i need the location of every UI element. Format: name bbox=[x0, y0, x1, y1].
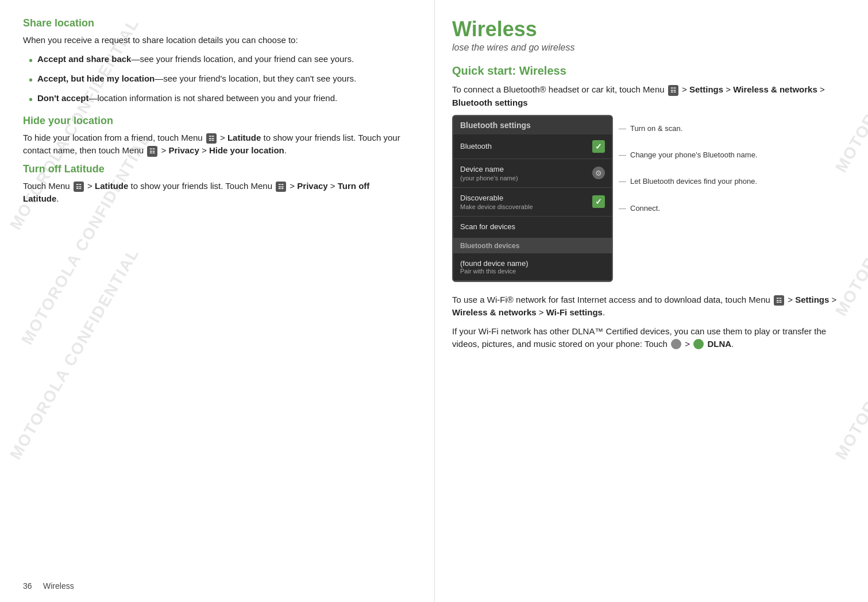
callout-4: Connect. bbox=[623, 203, 757, 214]
share-location-heading: Share location bbox=[23, 17, 406, 29]
turn-off-latitude-heading: Turn off Latitude bbox=[23, 163, 406, 175]
bullet-accept-share: • Accept and share back—see your friends… bbox=[29, 53, 406, 69]
bt-device-name-value: (found device name) bbox=[460, 259, 605, 268]
bt-check-bluetooth: ✓ bbox=[592, 140, 605, 153]
callout-text-2: Change your phone's Bluetooth name. bbox=[630, 150, 757, 159]
bt-sublabel-device-name: (your phone's name) bbox=[460, 175, 518, 182]
turn-off-latitude-body: Touch Menu ☷ > Latitude to show your fri… bbox=[23, 180, 406, 206]
bullet-dot-1: • bbox=[29, 52, 33, 69]
callout-3: Let Bluetooth devices find your phone. bbox=[623, 176, 757, 187]
dlna-icon bbox=[693, 339, 704, 349]
hide-location-heading: Hide your location bbox=[23, 115, 406, 127]
menu-icon-3: ☷ bbox=[74, 182, 84, 192]
menu-icon-6: ☷ bbox=[774, 295, 784, 306]
callout-text-3: Let Bluetooth devices find your phone. bbox=[630, 177, 757, 186]
left-column: MOTOROLA CONFIDENTIAL MOTOROLA CONFIDENT… bbox=[0, 0, 434, 602]
callout-text-1: Turn on & scan. bbox=[630, 124, 682, 133]
share-intro: When you receive a request to share loca… bbox=[23, 34, 406, 47]
bt-label-device-name: Device name bbox=[460, 165, 518, 175]
bullet-text-2: Accept, but hide my location—see your fr… bbox=[37, 72, 356, 86]
bullet-accept-hide: • Accept, but hide my location—see your … bbox=[29, 72, 406, 88]
settings-bold-2: Settings bbox=[795, 295, 829, 304]
bullet-bold-3: Don't accept bbox=[37, 93, 88, 103]
right-content: Wireless lose the wires and go wireless … bbox=[452, 17, 845, 351]
latitude-bold-2: Latitude bbox=[95, 181, 128, 191]
subtitle: lose the wires and go wireless bbox=[452, 43, 845, 53]
bt-row-device-name: Device name (your phone's name) ⚙ bbox=[453, 159, 612, 188]
callout-2: Change your phone's Bluetooth name. bbox=[623, 150, 757, 160]
bt-label-bluetooth: Bluetooth bbox=[460, 142, 492, 152]
wireless-networks-bold-2: Wireless & networks bbox=[452, 307, 537, 317]
bt-sublabel-discoverable: Make device discoverable bbox=[460, 203, 533, 210]
bt-gear-icon: ⚙ bbox=[592, 167, 605, 179]
dlna-bold: DLNA bbox=[707, 339, 731, 349]
callout-labels: Turn on & scan. Change your phone's Blue… bbox=[623, 115, 757, 238]
bt-section-label: Bluetooth devices bbox=[453, 238, 612, 253]
quick-start-heading: Quick start: Wireless bbox=[452, 64, 845, 78]
bluetooth-diagram: Bluetooth settings Bluetooth ✓ Device na… bbox=[452, 115, 845, 282]
bullet-text-3: Don't accept—location information is not… bbox=[37, 92, 337, 105]
bt-device-sub-value: Pair with this device bbox=[460, 268, 605, 275]
bt-settings-bold: Bluetooth settings bbox=[452, 98, 528, 107]
bluetooth-settings-panel: Bluetooth settings Bluetooth ✓ Device na… bbox=[452, 115, 613, 282]
wifi-settings-bold: Wi-Fi settings bbox=[546, 307, 603, 317]
menu-icon-5: ☷ bbox=[668, 85, 678, 96]
bt-row-discoverable: Discoverable Make device discoverable ✓ bbox=[453, 188, 612, 217]
bullet-dot-2: • bbox=[29, 71, 33, 88]
bt-label-scan: Scan for devices bbox=[460, 222, 515, 232]
bt-label-discoverable: Discoverable bbox=[460, 194, 533, 203]
bullet-bold-2: Accept, but hide my location bbox=[37, 74, 155, 83]
hide-location-body: To hide your location from a friend, tou… bbox=[23, 132, 406, 157]
privacy-bold-1: Privacy bbox=[168, 145, 199, 155]
callout-text-4: Connect. bbox=[630, 204, 660, 213]
right-column: MOTOROLA CONFIDENTIAL MOTOROLA CONFIDENT… bbox=[434, 0, 868, 602]
privacy-bold-2: Privacy bbox=[297, 181, 327, 191]
share-bullets: • Accept and share back—see your friends… bbox=[29, 53, 406, 108]
bt-found-device-row: (found device name) Pair with this devic… bbox=[453, 253, 612, 281]
hide-your-location-bold: Hide your location bbox=[209, 145, 284, 155]
bt-panel-header: Bluetooth settings bbox=[453, 116, 612, 134]
callout-1: Turn on & scan. bbox=[623, 124, 757, 134]
bt-device-name-label: Device name (your phone's name) bbox=[460, 165, 518, 182]
page-number: 36 bbox=[23, 581, 32, 591]
wireless-networks-bold: Wireless & networks bbox=[733, 84, 817, 94]
settings-bold-1: Settings bbox=[689, 84, 723, 94]
circle-icon bbox=[671, 339, 681, 349]
bullet-dont-accept: • Don't accept—location information is n… bbox=[29, 92, 406, 108]
bullet-text-1: Accept and share back—see your friends l… bbox=[37, 53, 354, 66]
quick-start-intro: To connect a Bluetooth® headset or car k… bbox=[452, 83, 845, 109]
left-content: Share location When you receive a reques… bbox=[23, 17, 406, 206]
dlna-body: If your Wi-Fi network has other DLNA™ Ce… bbox=[452, 325, 845, 351]
page-label: Wireless bbox=[43, 581, 74, 591]
bt-check-discoverable: ✓ bbox=[592, 195, 605, 208]
menu-icon-1: ☷ bbox=[206, 133, 217, 144]
bullet-bold-1: Accept and share back bbox=[37, 54, 131, 64]
watermark-text-3: MOTOROLA CONFIDENTIAL bbox=[6, 245, 143, 463]
bt-discoverable-label: Discoverable Make device discoverable bbox=[460, 194, 533, 210]
bullet-dot-3: • bbox=[29, 91, 33, 108]
latitude-bold-1: Latitude bbox=[227, 133, 261, 142]
main-title: Wireless bbox=[452, 17, 845, 41]
menu-icon-4: ☷ bbox=[276, 182, 286, 192]
wifi-body: To use a Wi-Fi® network for fast Interne… bbox=[452, 294, 845, 319]
bt-row-scan: Scan for devices bbox=[453, 217, 612, 238]
page-footer: 36 Wireless bbox=[23, 581, 74, 591]
menu-icon-2: ☷ bbox=[147, 146, 157, 157]
bt-row-bluetooth: Bluetooth ✓ bbox=[453, 134, 612, 159]
bt-panel-wrapper: Bluetooth settings Bluetooth ✓ Device na… bbox=[452, 115, 845, 282]
